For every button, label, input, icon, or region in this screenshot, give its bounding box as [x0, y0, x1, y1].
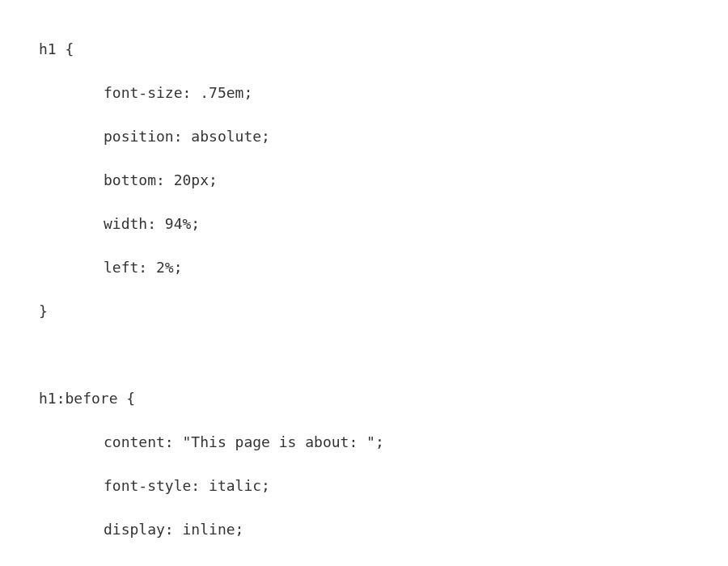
- css-declaration: font-style: italic;: [39, 475, 728, 496]
- css-declaration: display: inline;: [39, 518, 728, 540]
- css-code-block: h1 { font-size: .75em; position: absolut…: [0, 0, 728, 566]
- css-selector: h1 {: [39, 38, 728, 60]
- css-declaration: position: absolute;: [39, 125, 728, 147]
- css-close-brace: }: [39, 562, 728, 566]
- css-declaration: font-size: .75em;: [39, 82, 728, 103]
- css-close-brace: }: [39, 300, 728, 322]
- blank-line: [39, 344, 728, 365]
- css-declaration: width: 94%;: [39, 213, 728, 234]
- css-declaration: bottom: 20px;: [39, 169, 728, 191]
- css-declaration: left: 2%;: [39, 256, 728, 278]
- css-selector: h1:before {: [39, 387, 728, 409]
- css-declaration: content: "This page is about: ";: [39, 431, 728, 453]
